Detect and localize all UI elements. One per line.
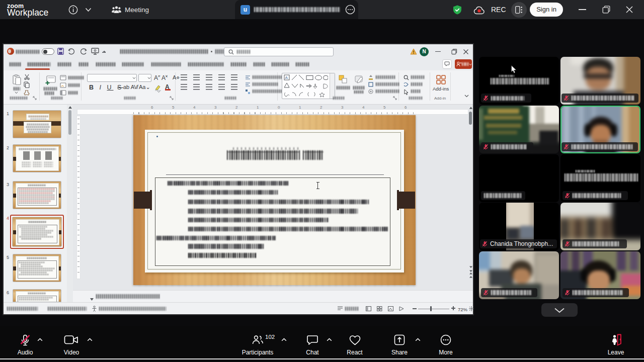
svg-text:A: A — [285, 75, 288, 80]
